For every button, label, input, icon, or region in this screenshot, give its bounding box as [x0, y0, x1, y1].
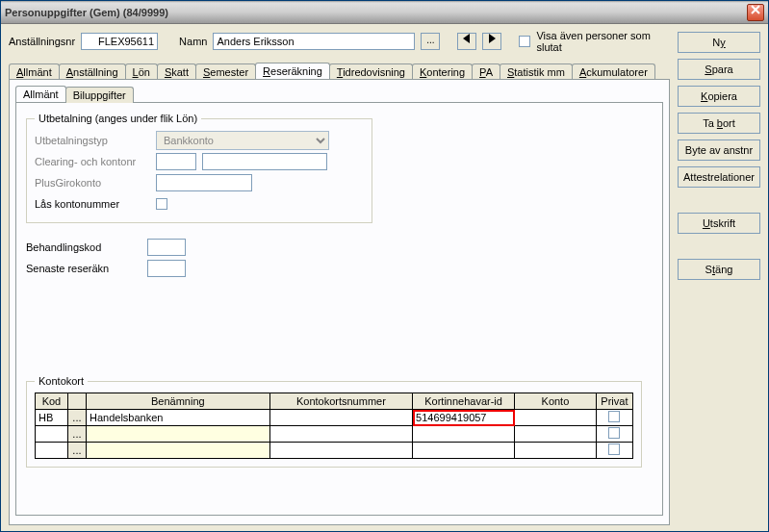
cell-privat[interactable] — [596, 426, 632, 443]
subtab-allmänt[interactable]: Allmänt — [15, 86, 66, 102]
window-title: Personuppgifter (Gem) (84/9999) — [5, 7, 747, 18]
kontokort-col-3: Kontokortsnummer — [269, 393, 412, 410]
tab-ackumulatorer[interactable]: Ackumulatorer — [572, 63, 655, 80]
cell-benamning[interactable] — [86, 443, 269, 459]
tab-anställning[interactable]: Anställning — [59, 63, 126, 80]
cell-privat[interactable] — [596, 410, 632, 426]
kontokort-legend: Kontokort — [35, 375, 88, 387]
privat-checkbox[interactable] — [608, 411, 620, 422]
stang-button[interactable]: Stäng — [678, 259, 760, 280]
tab-skatt[interactable]: Skatt — [157, 63, 196, 80]
las-checkbox[interactable] — [156, 198, 167, 210]
namn-label: Namn — [179, 36, 207, 47]
side-buttons: Ny Spara Kopiera Ta bort Byte av anstnr … — [678, 30, 760, 525]
privat-checkbox[interactable] — [608, 427, 620, 439]
behkod-label: Behandlingskod — [26, 241, 141, 253]
tab-statistik-mm[interactable]: Statistik mm — [500, 63, 573, 80]
tab-lön[interactable]: Lön — [125, 63, 158, 80]
triangle-right-icon — [488, 34, 496, 43]
row-lookup-button[interactable]: ... — [67, 443, 86, 459]
table-row: HB...Handelsbanken514699419057 — [36, 410, 633, 426]
kontokort-col-2: Benämning — [86, 393, 269, 410]
plusgiro-label: PlusGirokonto — [35, 177, 150, 189]
kontokort-col-1 — [67, 393, 86, 410]
prev-button[interactable] — [457, 33, 476, 50]
row-lookup-button[interactable]: ... — [67, 426, 86, 443]
tab-kontering[interactable]: Kontering — [412, 63, 473, 80]
subtab-body: Utbetalning (anges under flik Lön) Utbet… — [15, 102, 663, 516]
visa-slutat-label: Visa även personer som slutat — [536, 30, 652, 53]
tabort-button[interactable]: Ta bort — [678, 113, 760, 134]
clearing-label: Clearing- och kontonr — [35, 156, 150, 167]
cell-kontokortsnummer[interactable] — [269, 443, 412, 459]
kontokort-table: KodBenämningKontokortsnummerKortinnehava… — [35, 393, 633, 459]
anst-label: Anställningsnr — [9, 36, 75, 47]
title-bar: Personuppgifter (Gem) (84/9999) — [1, 1, 768, 24]
tab-pa[interactable]: PA — [472, 63, 500, 80]
byte-button[interactable]: Byte av anstnr — [678, 139, 760, 161]
close-button[interactable] — [747, 4, 764, 21]
cell-kortinnehavar-id[interactable] — [413, 443, 515, 459]
visa-slutat-checkbox[interactable] — [519, 36, 530, 47]
cell-kod[interactable] — [36, 443, 68, 459]
main-tabs: AllmäntAnställningLönSkattSemesterReserä… — [9, 63, 670, 79]
kontokort-col-5: Konto — [515, 393, 597, 410]
kontonr-input — [202, 153, 327, 170]
plusgiro-input — [156, 174, 252, 191]
anst-input[interactable] — [81, 33, 158, 50]
clearing-input — [156, 153, 196, 170]
kontokort-col-4: Kortinnehavar-id — [413, 393, 515, 410]
tab-tidredovisning[interactable]: Tidredovisning — [329, 63, 413, 80]
senaste-input[interactable] — [147, 260, 186, 277]
kontokort-group: Kontokort KodBenämningKontokortsnummerKo… — [26, 375, 642, 468]
utbettyp-label: Utbetalningstyp — [35, 135, 150, 146]
attest-button[interactable]: Attestrelationer — [678, 166, 760, 188]
cell-benamning[interactable]: Handelsbanken — [86, 410, 269, 426]
sub-tabs: AllmäntBiluppgifter — [15, 86, 663, 102]
cell-kod[interactable]: HB — [36, 410, 68, 426]
spara-button[interactable]: Spara — [678, 59, 760, 80]
table-row: ... — [36, 443, 633, 459]
close-icon — [751, 5, 760, 14]
las-label: Lås kontonummer — [35, 198, 150, 210]
header-row: Anställningsnr Namn ... Visa även person… — [9, 30, 670, 53]
utskrift-button[interactable]: Utskrift — [678, 213, 760, 234]
cell-benamning[interactable] — [86, 426, 269, 443]
senaste-label: Senaste reseräkn — [26, 263, 141, 274]
privat-checkbox[interactable] — [608, 443, 620, 455]
row-lookup-button[interactable]: ... — [67, 410, 86, 426]
utbettyp-select: Bankkonto — [156, 131, 329, 150]
ny-button[interactable]: Ny — [678, 32, 760, 53]
cell-kontokortsnummer[interactable] — [269, 410, 412, 426]
kontokort-col-0: Kod — [36, 393, 68, 410]
cell-kod[interactable] — [36, 426, 68, 443]
utbetalning-legend: Utbetalning (anges under flik Lön) — [35, 113, 201, 124]
cell-konto[interactable] — [515, 443, 597, 459]
utbetalning-group: Utbetalning (anges under flik Lön) Utbet… — [26, 113, 372, 223]
kontokort-col-6: Privat — [596, 393, 632, 410]
cell-kortinnehavar-id[interactable] — [413, 426, 515, 443]
kopiera-button[interactable]: Kopiera — [678, 86, 760, 107]
cell-konto[interactable] — [515, 410, 597, 426]
cell-kontokortsnummer[interactable] — [269, 426, 412, 443]
triangle-left-icon — [463, 34, 471, 43]
tab-allmänt[interactable]: Allmänt — [9, 63, 60, 80]
behkod-input[interactable] — [147, 239, 186, 256]
cell-kortinnehavar-id[interactable]: 514699419057 — [413, 410, 515, 426]
cell-konto[interactable] — [515, 426, 597, 443]
namn-input[interactable] — [213, 33, 415, 50]
cell-privat[interactable] — [596, 443, 632, 459]
tab-semester[interactable]: Semester — [195, 63, 256, 80]
tab-body: AllmäntBiluppgifter Utbetalning (anges u… — [9, 79, 670, 525]
tab-reseräkning[interactable]: Reseräkning — [255, 63, 330, 79]
next-button[interactable] — [482, 33, 501, 50]
subtab-biluppgifter[interactable]: Biluppgifter — [65, 87, 134, 103]
table-row: ... — [36, 426, 633, 443]
namn-lookup-button[interactable]: ... — [421, 33, 440, 50]
